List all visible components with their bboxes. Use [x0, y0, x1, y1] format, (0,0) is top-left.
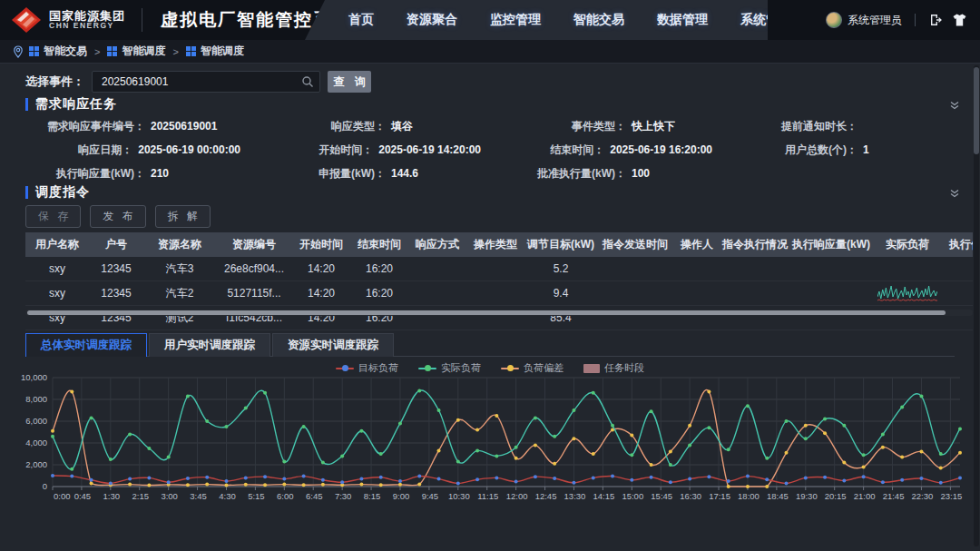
- legend-dot: [342, 365, 348, 371]
- grid-icon: [107, 46, 117, 56]
- org-name: 国家能源集团 CHN ENERGY: [49, 10, 125, 31]
- svg-text:23:15: 23:15: [940, 491, 962, 501]
- divider: [915, 14, 916, 26]
- svg-text:4:30: 4:30: [219, 491, 236, 501]
- collapse-dispatch-icon[interactable]: [949, 186, 960, 202]
- svg-text:10:30: 10:30: [448, 491, 470, 501]
- breadcrumb-separator: >: [172, 46, 178, 57]
- column-header: 结束时间: [350, 237, 408, 252]
- field-value: 210: [145, 167, 169, 180]
- nav-item-2[interactable]: 资源聚合: [390, 12, 474, 28]
- breadcrumb-item-2[interactable]: 智能调度: [107, 44, 165, 59]
- svg-text:17:15: 17:15: [709, 491, 730, 501]
- section-dispatch-title: 调度指令: [35, 184, 90, 201]
- svg-text:13:30: 13:30: [564, 491, 586, 501]
- svg-text:8:15: 8:15: [364, 491, 381, 501]
- field-label: 批准执行量(kW)：: [481, 166, 626, 182]
- location-pin-icon: [13, 45, 24, 58]
- field-value: 2025-06-19 16:20:00: [604, 143, 712, 156]
- svg-text:7:30: 7:30: [335, 491, 352, 501]
- table-cell: sxy: [25, 262, 89, 275]
- svg-text:19:30: 19:30: [796, 491, 818, 501]
- legend-rect-swatch: [583, 364, 600, 373]
- actual-load-sparkline: [877, 281, 937, 303]
- svg-text:8,000: 8,000: [25, 394, 47, 404]
- avatar: [826, 12, 842, 28]
- field-label: 执行响应量(kW)：: [0, 166, 145, 182]
- table-row[interactable]: sxy12345汽车326e8cf904...14:2016:205.2: [25, 257, 973, 281]
- main-nav: 首页资源聚合监控管理智能交易数据管理系统管理: [305, 0, 768, 40]
- svg-text:18:00: 18:00: [738, 491, 760, 501]
- column-header: 指令执行情况: [720, 237, 789, 252]
- svg-text:9:00: 9:00: [393, 491, 410, 501]
- field-value: 2025-06-19 00:00:00: [132, 143, 240, 156]
- tab-user-tracking[interactable]: 用户实时调度跟踪: [149, 333, 270, 357]
- event-input[interactable]: [93, 75, 319, 88]
- field-label: 响应类型：: [240, 119, 386, 134]
- main-content: 选择事件： 查 询 需求响应任务 需求响应事件编号：20250619001 响应…: [0, 64, 980, 551]
- event-filter-row: 选择事件： 查 询: [25, 71, 371, 93]
- brand-block: 国家能源集团 CHN ENERGY 虚拟电厂智能管控系统: [0, 6, 351, 34]
- nav-item-5[interactable]: 数据管理: [641, 12, 724, 28]
- breadcrumb-item-3[interactable]: 智能调度: [186, 44, 244, 59]
- table-cell: sxy: [25, 287, 89, 300]
- column-header: 调节目标(kW): [524, 237, 597, 252]
- tab-overall-tracking[interactable]: 总体实时调度跟踪: [25, 333, 147, 357]
- table-cell: 5127115f...: [216, 287, 292, 300]
- section-accent-bar: [25, 98, 28, 111]
- save-button[interactable]: 保 存: [25, 205, 81, 228]
- legend-dot: [425, 365, 431, 371]
- column-header: 执行偏差: [942, 237, 973, 252]
- field-label: 需求响应事件编号：: [0, 119, 145, 134]
- column-header: 操作人: [673, 237, 720, 252]
- field-label: 申报量(kW)：: [240, 166, 386, 182]
- table-row[interactable]: sxy12345汽车25127115f...14:2016:209.4: [25, 281, 973, 306]
- table-cell: [873, 281, 942, 306]
- column-header: 响应方式: [408, 237, 466, 252]
- event-select-field[interactable]: [92, 71, 320, 93]
- column-header: 资源名称: [143, 237, 216, 252]
- table-cell: 14:20: [292, 287, 350, 300]
- search-icon[interactable]: [301, 75, 314, 92]
- svg-text:6,000: 6,000: [25, 416, 47, 426]
- nav-item-3[interactable]: 监控管理: [474, 12, 557, 28]
- page-vertical-scrollbar: [974, 65, 979, 546]
- collapse-task-icon[interactable]: [949, 98, 960, 114]
- section-task-title: 需求响应任务: [35, 96, 117, 113]
- svg-text:0: 0: [43, 481, 47, 491]
- dispatch-actions: 保 存 发 布 拆 解: [25, 205, 211, 228]
- svg-text:2,000: 2,000: [25, 459, 47, 469]
- decompose-button[interactable]: 拆 解: [155, 205, 211, 228]
- svg-text:3:45: 3:45: [190, 491, 207, 501]
- tab-resource-tracking[interactable]: 资源实时调度跟踪: [272, 333, 394, 357]
- svg-text:21:45: 21:45: [883, 491, 905, 501]
- scrollbar-thumb[interactable]: [974, 67, 979, 154]
- logout-icon[interactable]: [928, 13, 943, 27]
- svg-text:2:15: 2:15: [132, 491, 149, 501]
- column-header: 指令发送时间: [597, 237, 673, 252]
- publish-button[interactable]: 发 布: [90, 205, 145, 228]
- svg-text:18:45: 18:45: [767, 491, 789, 501]
- breadcrumb-separator: >: [94, 46, 100, 57]
- table-cell: 5.2: [524, 262, 597, 275]
- svg-text:14:15: 14:15: [593, 491, 614, 501]
- user-menu[interactable]: 系统管理员: [826, 12, 902, 28]
- column-header: 执行响应量(kW): [789, 237, 873, 252]
- nav-item-6[interactable]: 系统管理: [724, 12, 808, 28]
- query-button[interactable]: 查 询: [328, 71, 371, 93]
- scrollbar-thumb[interactable]: [27, 310, 946, 315]
- user-name: 系统管理员: [848, 13, 902, 28]
- table-cell: 26e8cf904...: [216, 262, 292, 275]
- field-value: 1: [858, 143, 869, 156]
- svg-text:5:15: 5:15: [248, 491, 265, 501]
- nav-item-4[interactable]: 智能交易: [557, 12, 641, 28]
- svg-text:3:00: 3:00: [161, 491, 178, 501]
- event-filter-label: 选择事件：: [25, 74, 84, 90]
- section-accent-bar: [25, 186, 28, 199]
- nav-item-1[interactable]: 首页: [332, 12, 390, 28]
- theme-skin-icon[interactable]: [952, 13, 967, 27]
- column-header: 实际负荷: [873, 237, 942, 252]
- field-label: 用户总数(个)：: [712, 143, 858, 158]
- breadcrumb-item-1[interactable]: 智能交易: [29, 44, 87, 59]
- table-cell: 12345: [89, 287, 143, 300]
